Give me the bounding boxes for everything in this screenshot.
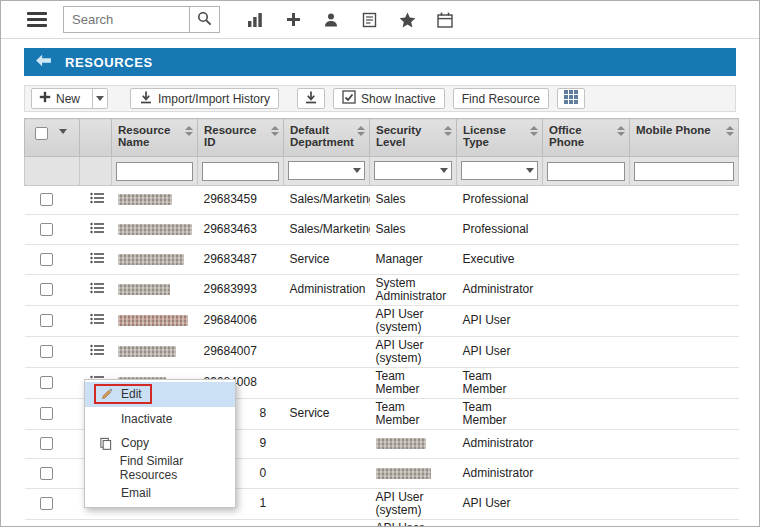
redacted-name <box>118 254 184 265</box>
row-menu-icon[interactable] <box>90 192 104 204</box>
resource-id-cell: 29684002 <box>198 519 284 527</box>
context-menu-item-copy[interactable]: Copy <box>85 431 235 456</box>
menu-icon[interactable] <box>27 12 47 27</box>
row-checkbox[interactable] <box>40 283 53 296</box>
resource-name-cell[interactable] <box>112 185 198 215</box>
filter-select-license-type[interactable] <box>461 161 538 180</box>
row-menu-icon[interactable] <box>90 222 104 234</box>
resource-name-cell[interactable] <box>112 336 198 367</box>
row-menu-icon[interactable] <box>90 313 104 325</box>
row-checkbox[interactable] <box>40 253 53 266</box>
row-checkbox[interactable] <box>40 497 53 510</box>
row-checkbox[interactable] <box>40 345 53 358</box>
sort-icon[interactable] <box>530 126 538 136</box>
mobile-phone-cell <box>630 429 739 459</box>
license-type-cell: Executive <box>457 244 543 274</box>
resource-id-cell: 29683463 <box>198 215 284 245</box>
department-cell <box>284 305 370 336</box>
sort-icon[interactable] <box>617 126 625 136</box>
search-input[interactable] <box>63 6 190 33</box>
department-cell: Sales/Marketing <box>284 215 370 245</box>
col-header-mobile-phone[interactable]: Mobile Phone <box>630 119 739 157</box>
license-type-cell: Team Member <box>457 398 543 429</box>
filter-select-security-level[interactable] <box>374 161 452 180</box>
filter-input-resource-id[interactable] <box>202 162 279 181</box>
new-dropdown-button[interactable] <box>92 89 107 108</box>
row-checkbox[interactable] <box>40 467 53 480</box>
show-inactive-toggle[interactable]: Show Inactive <box>333 88 445 109</box>
calendar-icon[interactable] <box>432 7 458 33</box>
sort-icon[interactable] <box>444 126 452 136</box>
person-icon[interactable] <box>318 7 344 33</box>
redacted-name <box>118 194 172 205</box>
sort-icon[interactable] <box>185 126 193 136</box>
row-menu-icon[interactable] <box>90 252 104 264</box>
table-row: 29684002API User (system)API User <box>25 519 739 527</box>
import-icon <box>139 90 153 107</box>
filter-select-default-department[interactable] <box>288 161 365 180</box>
sort-icon[interactable] <box>271 126 279 136</box>
report-icon[interactable] <box>356 7 382 33</box>
col-header-security-level[interactable]: Security Level <box>370 119 457 157</box>
find-resource-button[interactable]: Find Resource <box>453 88 549 109</box>
office-phone-cell <box>543 305 630 336</box>
row-checkbox[interactable] <box>40 314 53 327</box>
resource-name-cell[interactable] <box>112 305 198 336</box>
office-phone-cell <box>543 244 630 274</box>
sort-icon[interactable] <box>357 126 365 136</box>
new-button[interactable]: New <box>31 88 108 109</box>
license-type-cell: Administrator <box>457 274 543 305</box>
filter-input-mobile-phone[interactable] <box>634 162 734 181</box>
grid-view-button[interactable] <box>557 88 585 109</box>
row-checkbox[interactable] <box>40 223 53 236</box>
department-cell: Service <box>284 398 370 429</box>
redacted-name <box>118 346 176 357</box>
mobile-phone-cell <box>630 398 739 429</box>
search-button[interactable] <box>190 6 220 33</box>
filter-input-office-phone[interactable] <box>547 162 625 181</box>
sort-icon[interactable] <box>726 126 734 136</box>
row-checkbox[interactable] <box>40 437 53 450</box>
row-select-cell <box>25 398 80 429</box>
star-icon[interactable] <box>394 7 420 33</box>
resource-name-cell[interactable] <box>112 274 198 305</box>
col-header-resource-name[interactable]: Resource Name <box>112 119 198 157</box>
table-row: 29683487ServiceManagerExecutive <box>25 244 739 274</box>
row-menu-icon[interactable] <box>90 282 104 294</box>
resource-name-cell[interactable] <box>112 519 198 527</box>
export-button[interactable] <box>297 88 325 109</box>
import-history-button[interactable]: Import/Import History <box>130 88 279 109</box>
context-menu-item-find-similar-resources[interactable]: Find Similar Resources <box>85 456 235 481</box>
col-header-office-phone[interactable]: Office Phone <box>543 119 630 157</box>
filter-input-resource-name[interactable] <box>116 162 193 181</box>
bar-chart-icon[interactable] <box>242 7 268 33</box>
col-header-default-department[interactable]: Default Department <box>284 119 370 157</box>
page-title: RESOURCES <box>65 55 153 70</box>
row-menu-icon[interactable] <box>90 344 104 356</box>
plus-icon[interactable] <box>280 7 306 33</box>
context-menu-item-edit[interactable]: Edit <box>85 382 235 407</box>
table-row: 29683993AdministrationSystem Administrat… <box>25 274 739 305</box>
row-checkbox[interactable] <box>40 193 53 206</box>
menu-item-label: Inactivate <box>121 412 172 426</box>
security-level-cell: Team Member <box>370 367 457 398</box>
context-menu-item-inactivate[interactable]: Inactivate <box>85 407 235 432</box>
row-select-cell <box>25 215 80 245</box>
plus-icon <box>39 91 51 106</box>
selection-dropdown-icon[interactable] <box>59 129 67 134</box>
select-all-checkbox[interactable] <box>35 127 48 140</box>
context-menu-item-email[interactable]: Email <box>85 480 235 505</box>
security-level-cell <box>370 429 457 459</box>
back-arrow-icon[interactable] <box>35 53 52 71</box>
col-header-license-type[interactable]: License Type <box>457 119 543 157</box>
row-checkbox[interactable] <box>40 376 53 389</box>
license-type-cell: API User <box>457 519 543 527</box>
filter-empty-cell <box>25 157 80 186</box>
row-checkbox[interactable] <box>40 407 53 420</box>
security-level-cell: API User (system) <box>370 488 457 519</box>
resource-name-cell[interactable] <box>112 244 198 274</box>
resource-name-cell[interactable] <box>112 215 198 245</box>
col-header-resource-id[interactable]: Resource ID <box>198 119 284 157</box>
license-type-cell: Administrator <box>457 459 543 489</box>
table-header-row: Resource Name Resource ID Default Depart… <box>25 119 739 157</box>
